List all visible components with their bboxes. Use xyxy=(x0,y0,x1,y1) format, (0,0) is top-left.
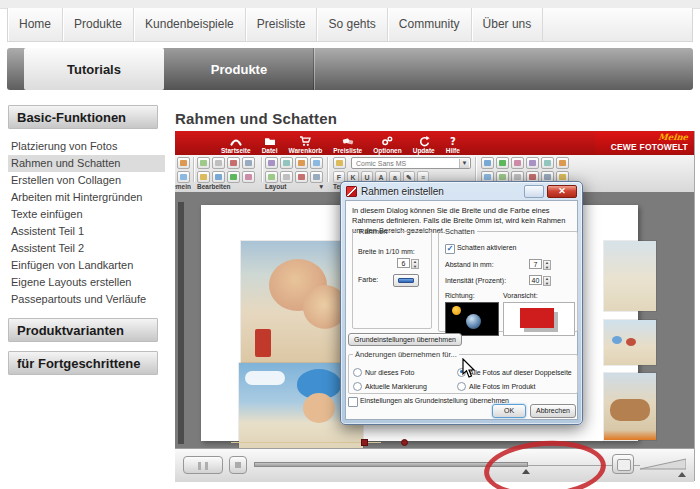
preview-shadow-rect xyxy=(520,308,554,328)
toolbar-button xyxy=(265,171,278,183)
dialog-app-icon xyxy=(346,186,357,197)
nav-item-ber-uns[interactable]: Über uns xyxy=(472,8,544,41)
sidebar-item-einf-gen-von-landkarten[interactable]: Einfügen von Landkarten xyxy=(8,257,165,274)
toolbar-button xyxy=(481,157,494,169)
toolbar-button-glyph xyxy=(215,160,222,166)
spinner-arrows-icon: ▲▼ xyxy=(543,276,551,286)
toolbar-button xyxy=(227,171,240,183)
grundeinstellung-checkbox: ✓ Einstellungen als Grundeinstellung übe… xyxy=(348,397,509,407)
toolbar-group-label-layout: Layout xyxy=(265,183,286,190)
tabbar-divider xyxy=(314,48,315,90)
tutorial-page: HomeProdukteKundenbeispielePreislisteSo … xyxy=(0,0,700,489)
sidebar-item-texte-einf-gen[interactable]: Texte einfügen xyxy=(8,206,165,223)
nav-item-produkte[interactable]: Produkte xyxy=(63,8,134,41)
toolbar-button-glyph xyxy=(245,160,252,166)
dialog-body: In diesem Dialog können Sie die Breite u… xyxy=(345,200,578,420)
sidebar-header-f-r-fortgeschrittene[interactable]: für Fortgeschrittene xyxy=(8,351,158,375)
sidebar-header-produktvarianten[interactable]: Produktvarianten xyxy=(8,318,158,342)
toolbar-button-glyph xyxy=(313,160,320,166)
nav-item-so-gehts[interactable]: So gehts xyxy=(317,8,387,41)
toolbar-button-glyph xyxy=(180,160,187,166)
menu-item-datei: Datei xyxy=(262,131,278,155)
radio-option-label: Alle Fotos im Produkt xyxy=(469,383,536,390)
schatten-group-legend: Schatten xyxy=(443,227,477,236)
tags-icon xyxy=(342,135,354,147)
radio-selected-icon xyxy=(457,368,466,377)
farbe-swatch-button xyxy=(393,274,419,287)
breite-spinner: 6▲▼ xyxy=(397,258,419,269)
sidebar-header-basic-funktionen[interactable]: Basic-Funktionen xyxy=(8,105,158,129)
toolbar-button xyxy=(242,157,255,169)
toolbar-button-glyph xyxy=(544,160,551,166)
toolbar-button xyxy=(197,157,210,169)
toolbar-separator xyxy=(475,157,476,182)
intensitaet-label: Intensität (Prozent): xyxy=(445,277,506,284)
intensitaet-spinner: 40▲▼ xyxy=(529,275,551,286)
font-icon-button xyxy=(333,157,346,169)
nav-item-community[interactable]: Community xyxy=(388,8,472,41)
toolbar-button-glyph xyxy=(268,174,275,180)
sidebar-item-assistent-teil-2[interactable]: Assistent Teil 2 xyxy=(8,240,165,257)
pause-button[interactable] xyxy=(183,456,223,474)
volume-marker-icon[interactable] xyxy=(678,472,686,477)
schatten-aktivieren-label: Schatten aktivieren xyxy=(457,244,517,251)
toolbar-button xyxy=(265,157,278,169)
toolbar-button xyxy=(280,157,293,169)
tab-produkte[interactable]: Produkte xyxy=(164,48,314,90)
menu-item-label: Warenkorb xyxy=(289,147,323,154)
photo-man-on-towel xyxy=(604,373,656,440)
toolbar-button xyxy=(212,157,225,169)
toolbar-button-glyph xyxy=(200,174,207,180)
toolbar-button-glyph xyxy=(559,174,566,180)
sidebar-item-erstellen-von-collagen[interactable]: Erstellen von Collagen xyxy=(8,172,165,189)
tab-tutorials[interactable]: Tutorials xyxy=(24,48,164,90)
dialog-help-button xyxy=(524,185,544,198)
dialog-close-button: ✕ xyxy=(547,185,577,198)
progress-fill[interactable] xyxy=(254,462,528,467)
menu-item-startseite: Startseite xyxy=(221,131,251,155)
radio-unselected-icon xyxy=(353,368,362,377)
toolbar-button-glyph xyxy=(298,174,305,180)
photo-detail xyxy=(245,371,285,385)
toolbar-button xyxy=(310,171,323,183)
toolbar-separator xyxy=(327,157,328,182)
toolbar-button-glyph xyxy=(336,160,343,166)
abstand-spinner: 7▲▼ xyxy=(529,259,551,270)
menu-item-label: Hilfe xyxy=(446,147,460,154)
radio-unselected-icon xyxy=(353,382,362,391)
nav-item-home[interactable]: Home xyxy=(8,8,63,41)
selection-handle xyxy=(401,439,408,446)
stop-button[interactable] xyxy=(229,456,247,474)
toolbar-button-glyph xyxy=(200,160,207,166)
breite-value: 6 xyxy=(397,258,410,268)
sidebar-item-passepartouts-und-verl-ufe[interactable]: Passepartouts und Verläufe xyxy=(8,291,165,308)
svg-text:?: ? xyxy=(450,136,456,147)
sidebar-item-arbeiten-mit-hintergr-nden[interactable]: Arbeiten mit Hintergründen xyxy=(8,189,165,206)
checkbox-checked-icon: ✓ xyxy=(445,244,455,254)
sidebar-item-assistent-teil-1[interactable]: Assistent Teil 1 xyxy=(8,223,165,240)
toolbar-button xyxy=(177,157,190,169)
toolbar-button xyxy=(212,171,225,183)
menu-item-preisliste: Preisliste xyxy=(333,131,362,155)
photo-detail xyxy=(303,393,335,423)
photo-detail xyxy=(610,399,650,421)
nav-item-preisliste[interactable]: Preisliste xyxy=(246,8,318,41)
menu-item-update: Update xyxy=(413,131,435,155)
video-player-bar xyxy=(175,448,694,482)
voransicht-preview xyxy=(503,302,575,336)
toolbar-separator xyxy=(193,157,194,182)
fullscreen-button[interactable] xyxy=(612,454,634,474)
toolbar-button-glyph xyxy=(499,174,506,180)
fotowelt-menu-items: StartseiteDateiWarenkorbPreislisteOption… xyxy=(221,131,460,155)
cewe-fotowelt-logo: Meine CEWE FOTOWELT xyxy=(595,132,691,154)
nav-item-kundenbeispiele[interactable]: Kundenbeispiele xyxy=(134,8,246,41)
breite-label: Breite in 1/10 mm: xyxy=(358,248,415,255)
sidebar-item-platzierung-von-fotos[interactable]: Platzierung von Fotos xyxy=(8,138,165,155)
toolbar-button-glyph xyxy=(499,160,506,166)
progress-marker-icon[interactable] xyxy=(522,469,530,474)
sidebar-item-rahmen-und-schatten[interactable]: Rahmen und Schatten xyxy=(8,155,165,172)
toolbar-button xyxy=(556,157,569,169)
sidebar-item-eigene-layouts-erstellen[interactable]: Eigene Layouts erstellen xyxy=(8,274,165,291)
toolbar-button-glyph xyxy=(268,160,275,166)
volume-slider[interactable] xyxy=(640,457,686,471)
